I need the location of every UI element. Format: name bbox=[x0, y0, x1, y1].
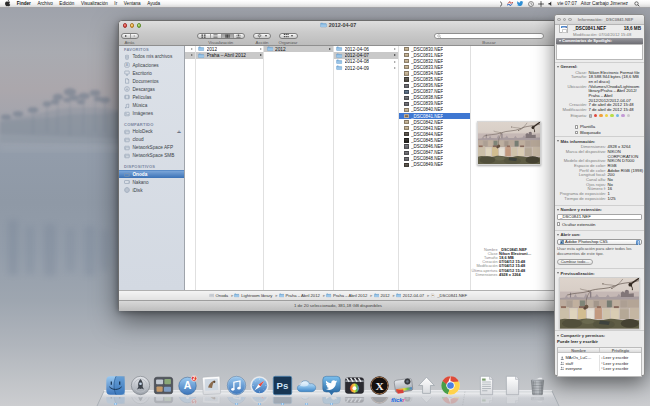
finder-titlebar[interactable]: 2012-04-07 Atrás bbox=[119, 21, 557, 46]
section-open-header[interactable]: Abrir con: bbox=[557, 232, 642, 237]
path-segment[interactable]: ▸ Praha – Abril 2012 bbox=[274, 293, 319, 298]
path-segment[interactable]: ▸ Onoda bbox=[209, 293, 228, 298]
preview-image[interactable] bbox=[559, 277, 640, 329]
column-parent-sliver[interactable] bbox=[185, 46, 196, 290]
dock-item[interactable] bbox=[177, 368, 198, 406]
section-more-header[interactable]: Más información: bbox=[557, 139, 642, 144]
section-sharing-header[interactable]: Compartir y permisos: bbox=[557, 333, 642, 338]
column-1[interactable]: 2012 Praha – Abril 2012 bbox=[196, 46, 265, 290]
open-with-dropdown[interactable]: Ps Adobe Photoshop CS5 bbox=[557, 239, 642, 245]
bloqueado-checkbox[interactable]: Bloqueado bbox=[575, 130, 642, 135]
view-coverflow-button[interactable] bbox=[233, 34, 244, 39]
sidebar-item[interactable]: HoloDeck ⏏ bbox=[119, 128, 184, 136]
search-input[interactable] bbox=[434, 33, 544, 39]
checkbox-icon[interactable] bbox=[575, 125, 578, 128]
eject-icon[interactable]: ⏏ bbox=[177, 129, 181, 134]
sidebar-item[interactable]: iDisk bbox=[119, 186, 184, 194]
column-2[interactable]: 2012 bbox=[264, 46, 334, 290]
spotlight-icon[interactable] bbox=[632, 0, 646, 8]
checkbox-icon[interactable] bbox=[557, 222, 560, 225]
label-color-dot[interactable] bbox=[594, 114, 597, 117]
dock-item[interactable] bbox=[416, 368, 437, 406]
sidebar-item[interactable]: cloud bbox=[119, 136, 184, 144]
sidebar-item[interactable]: NetworkSpace AFP bbox=[119, 144, 184, 152]
file-row[interactable]: _DSC0849.NEF bbox=[399, 162, 470, 168]
dock-item[interactable] bbox=[105, 368, 126, 406]
view-list-button[interactable] bbox=[210, 34, 222, 39]
view-icons-button[interactable] bbox=[198, 34, 210, 39]
menu-visualizacion[interactable]: Visualización bbox=[78, 0, 111, 8]
dock-item[interactable] bbox=[344, 368, 365, 406]
sidebar-item[interactable]: Nakano bbox=[119, 178, 184, 186]
bluetooth-icon[interactable] bbox=[499, 0, 503, 8]
plantilla-checkbox[interactable]: Plantilla bbox=[575, 124, 642, 129]
sidebar-item[interactable]: Imágenes bbox=[119, 110, 184, 118]
menu-ir[interactable]: Ir bbox=[111, 0, 120, 8]
apple-logo-icon[interactable] bbox=[0, 0, 14, 8]
view-columns-button[interactable] bbox=[221, 34, 233, 39]
dock-item[interactable] bbox=[272, 368, 293, 406]
arrange-button[interactable] bbox=[279, 33, 299, 40]
sidebar-item[interactable]: Música bbox=[119, 101, 184, 109]
filename-input[interactable]: _DSC0841.NEF bbox=[557, 214, 642, 220]
sidebar-item[interactable]: Todos mis archivos bbox=[119, 53, 184, 61]
dock-item[interactable] bbox=[201, 368, 222, 406]
dock-item[interactable] bbox=[153, 368, 174, 406]
menu-archivo[interactable]: Archivo bbox=[34, 0, 56, 8]
fan-icon[interactable] bbox=[538, 0, 544, 8]
privilege-arrows-icon[interactable]: ↕ bbox=[601, 356, 602, 360]
privilege-arrows-icon[interactable]: ↕ bbox=[601, 366, 602, 370]
preview-thumbnail[interactable] bbox=[477, 121, 541, 165]
dock-item[interactable] bbox=[296, 368, 317, 406]
dock-item[interactable] bbox=[369, 368, 390, 406]
back-forward-buttons[interactable] bbox=[121, 33, 139, 40]
column-row[interactable]: Praha – Abril 2012 bbox=[196, 52, 264, 58]
label-color-dot[interactable] bbox=[599, 114, 602, 117]
column-row[interactable]: 2012-04-09 bbox=[334, 65, 398, 71]
sidebar-item[interactable]: Aplicaciones bbox=[119, 61, 184, 69]
path-segment[interactable]: ▸ 2012 bbox=[369, 293, 389, 298]
label-none-button[interactable]: x bbox=[589, 114, 593, 118]
checkbox-icon[interactable] bbox=[575, 131, 578, 134]
twitter-menu-icon[interactable] bbox=[517, 0, 524, 8]
forward-button[interactable] bbox=[130, 34, 138, 39]
section-general-header[interactable]: General: bbox=[557, 64, 642, 69]
label-color-dot[interactable] bbox=[610, 114, 613, 117]
label-color-dot[interactable] bbox=[605, 114, 608, 117]
sidebar-item[interactable]: Descargas bbox=[119, 85, 184, 93]
sync-icon[interactable] bbox=[507, 0, 513, 8]
info-titlebar[interactable]: Información: _DSC0841.NEF bbox=[555, 15, 644, 25]
dock-item[interactable] bbox=[321, 368, 342, 406]
dock-item[interactable] bbox=[476, 368, 497, 406]
label-color-dot[interactable] bbox=[621, 114, 624, 117]
menubar-clock[interactable]: vie 07:07 bbox=[557, 1, 576, 6]
permission-row[interactable]: everyone ↕Leer y escribir bbox=[558, 366, 641, 371]
dock-item[interactable] bbox=[502, 368, 523, 406]
column-files[interactable]: _DSC0830.NEF _DSC0831.NEF _DSC0832.NEF bbox=[399, 46, 471, 290]
menu-ayuda[interactable]: Ayuda bbox=[144, 0, 164, 8]
label-color-dot[interactable] bbox=[627, 114, 630, 117]
spotlight-comments-box[interactable] bbox=[556, 44, 643, 60]
sidebar-item[interactable]: Películas bbox=[119, 93, 184, 101]
dock-item[interactable] bbox=[249, 368, 270, 406]
menu-edicion[interactable]: Edición bbox=[56, 0, 78, 8]
sidebar-item[interactable]: Documentos bbox=[119, 77, 184, 85]
label-color-dot[interactable] bbox=[616, 114, 619, 117]
column-3[interactable]: 2012-04-06 2012-04-07 2012-04-08 bbox=[334, 46, 399, 290]
menu-finder[interactable]: Finder bbox=[14, 0, 35, 8]
volume-icon[interactable] bbox=[548, 0, 554, 8]
menubar-user[interactable]: Aitor Carbajo Jimenez bbox=[581, 1, 628, 6]
action-button[interactable] bbox=[253, 33, 271, 40]
folder-proxy-icon[interactable] bbox=[320, 22, 327, 28]
sidebar-item[interactable]: Onoda bbox=[119, 170, 184, 178]
close-button[interactable] bbox=[557, 18, 560, 21]
dock-item[interactable] bbox=[130, 368, 151, 406]
privilege-arrows-icon[interactable]: ↕ bbox=[601, 361, 602, 365]
back-button[interactable] bbox=[122, 34, 130, 39]
view-switcher[interactable] bbox=[197, 33, 245, 40]
path-segment[interactable]: ▸ _DSC0841.NEF bbox=[426, 293, 467, 298]
section-name-header[interactable]: Nombre y extensión: bbox=[557, 207, 642, 212]
column-row[interactable]: 2012 bbox=[264, 46, 333, 52]
section-preview-header[interactable]: Previsualización: bbox=[557, 271, 642, 276]
minimize-button[interactable] bbox=[563, 18, 566, 21]
